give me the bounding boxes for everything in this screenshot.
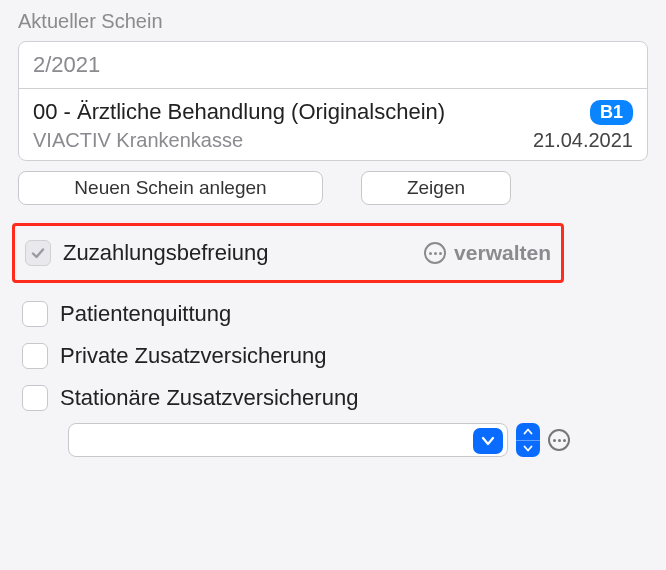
schein-card: 2/2021 00 - Ärztliche Behandlung (Origin…	[18, 41, 648, 161]
show-button[interactable]: Zeigen	[361, 171, 511, 205]
private-zusatz-checkbox[interactable]	[22, 343, 48, 369]
stationaere-zusatz-label: Stationäre Zusatzversicherung	[60, 385, 358, 411]
chevron-up-icon	[523, 428, 533, 435]
schein-date: 21.04.2021	[533, 129, 633, 152]
section-label: Aktueller Schein	[18, 10, 648, 33]
stationaere-zusatz-checkbox[interactable]	[22, 385, 48, 411]
chevron-down-icon	[523, 445, 533, 452]
chevron-down-icon	[481, 436, 495, 446]
bottom-input-row	[18, 423, 648, 457]
zusatz-combo[interactable]	[68, 423, 508, 457]
stepper[interactable]	[516, 423, 540, 457]
private-zusatz-label: Private Zusatzversicherung	[60, 343, 327, 369]
highlight-box: Zuzahlungsbefreiung verwalten	[12, 223, 564, 283]
stationaere-zusatz-row: Stationäre Zusatzversicherung	[18, 377, 648, 419]
zuzahlung-label: Zuzahlungsbefreiung	[63, 240, 268, 266]
patientenquittung-label: Patientenquittung	[60, 301, 231, 327]
ellipsis-icon	[548, 429, 570, 451]
new-schein-button[interactable]: Neuen Schein anlegen	[18, 171, 323, 205]
patientenquittung-checkbox[interactable]	[22, 301, 48, 327]
combo-dropdown-button[interactable]	[473, 428, 503, 454]
schein-badge: B1	[590, 100, 633, 125]
button-row: Neuen Schein anlegen Zeigen	[18, 171, 648, 205]
manage-link[interactable]: verwalten	[424, 241, 551, 265]
insurer-name: VIACTIV Krankenkasse	[33, 129, 243, 152]
zuzahlung-checkbox[interactable]	[25, 240, 51, 266]
schein-period: 2/2021	[19, 42, 647, 89]
ellipsis-icon	[424, 242, 446, 264]
schein-main-row: 00 - Ärztliche Behandlung (Originalschei…	[19, 89, 647, 160]
private-zusatz-row: Private Zusatzversicherung	[18, 335, 648, 377]
patientenquittung-row: Patientenquittung	[18, 293, 648, 335]
more-button[interactable]	[548, 429, 570, 451]
treatment-title: 00 - Ärztliche Behandlung (Originalschei…	[33, 99, 580, 125]
stepper-up[interactable]	[516, 423, 540, 441]
manage-label: verwalten	[454, 241, 551, 265]
stepper-down[interactable]	[516, 441, 540, 458]
